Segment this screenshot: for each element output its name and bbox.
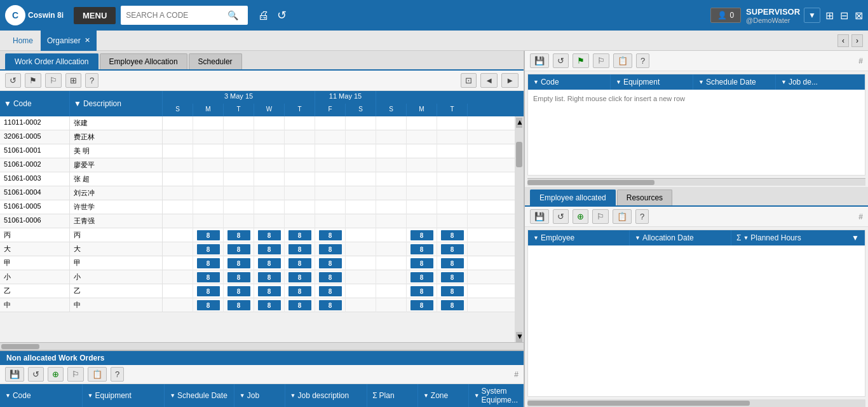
scroll-v-thumb[interactable] xyxy=(516,142,522,167)
gantt-block[interactable]: 8 xyxy=(319,300,342,310)
grid-col-sched[interactable]: ▼ Schedule Date xyxy=(693,74,776,90)
tab-home[interactable]: Home xyxy=(5,31,41,51)
subtab-work-order[interactable]: Work Order Allocation xyxy=(5,53,98,69)
v-scrollbar[interactable]: ▲ ▼ xyxy=(515,116,524,342)
scroll-down[interactable]: ▼ xyxy=(516,332,522,342)
col-header-desc[interactable]: ▼ Description xyxy=(70,91,163,116)
non-alloc-col-plan[interactable]: Σ Plan xyxy=(367,384,418,407)
gantt-block[interactable]: 8 xyxy=(288,300,311,310)
non-alloc-filter-btn[interactable]: ⚐ xyxy=(67,367,84,382)
gantt-block[interactable]: 8 xyxy=(197,258,220,268)
gantt-block[interactable]: 8 xyxy=(227,258,250,268)
subtab-employee-alloc[interactable]: Employee Allocation xyxy=(100,53,187,69)
right-filter-btn[interactable]: ⚐ xyxy=(593,53,609,68)
gantt-block[interactable]: 8 xyxy=(441,286,464,296)
non-alloc-col-code[interactable]: ▼ Code xyxy=(0,384,83,407)
layout-icon[interactable]: ⊟ xyxy=(840,10,848,22)
non-alloc-col-equip[interactable]: ▼ Equipment xyxy=(83,384,165,407)
right-scroll-thumb[interactable] xyxy=(527,180,654,185)
gantt-block[interactable]: 8 xyxy=(227,272,250,282)
gantt-block[interactable]: 8 xyxy=(288,230,311,240)
menu-button[interactable]: MENU xyxy=(74,7,116,24)
gantt-block[interactable]: 8 xyxy=(441,272,464,282)
gantt-block[interactable]: 8 xyxy=(319,272,342,282)
gantt-block[interactable]: 8 xyxy=(197,286,220,296)
gantt-block[interactable]: 8 xyxy=(288,272,311,282)
gantt-block[interactable]: 8 xyxy=(410,230,433,240)
gantt-block[interactable]: 8 xyxy=(441,258,464,268)
col-header-code[interactable]: ▼ Code xyxy=(0,91,70,116)
non-alloc-col-sysEquip[interactable]: ▼ System Equipme... xyxy=(469,384,524,407)
scroll-h-thumb[interactable] xyxy=(1,344,39,349)
refresh-btn[interactable]: ↺ xyxy=(5,73,21,88)
search-input[interactable] xyxy=(126,11,227,20)
window-icon[interactable]: ⊞ xyxy=(825,10,834,22)
next-btn[interactable]: ► xyxy=(501,73,519,88)
tab-organiser[interactable]: Organiser ✕ xyxy=(41,31,97,51)
gantt-block[interactable]: 8 xyxy=(441,230,464,240)
emp-col-alloc-date[interactable]: ▼ Allocation Date xyxy=(630,230,731,245)
gantt-block[interactable]: 8 xyxy=(441,244,464,254)
right-save-btn[interactable]: 💾 xyxy=(530,53,549,68)
emp-refresh-btn[interactable]: ↺ xyxy=(553,209,569,224)
non-alloc-refresh-btn[interactable]: ↺ xyxy=(28,367,44,382)
gantt-block[interactable]: 8 xyxy=(258,300,281,310)
emp-col-planned-hours[interactable]: Σ ▼ Planned Hours ▼ xyxy=(731,230,865,245)
right-filter-active-btn[interactable]: ⚑ xyxy=(573,53,589,68)
grid-col-code[interactable]: ▼ Code xyxy=(528,74,611,90)
subtab-scheduler[interactable]: Scheduler xyxy=(189,53,242,69)
prev-btn[interactable]: ◄ xyxy=(480,73,498,88)
emp-tab-resources[interactable]: Resources xyxy=(617,190,672,205)
gantt-block[interactable]: 8 xyxy=(410,272,433,282)
settings-btn[interactable]: ⊞ xyxy=(65,73,81,88)
right-h-scrollbar[interactable] xyxy=(527,178,865,186)
expand-view-btn[interactable]: ⊡ xyxy=(461,73,477,88)
tab-nav-left[interactable]: ‹ xyxy=(837,34,849,47)
h-scrollbar[interactable] xyxy=(0,342,524,350)
emp-add-btn[interactable]: ⊕ xyxy=(573,209,588,224)
notifications-button[interactable]: 👤 0 xyxy=(710,8,741,23)
gantt-block[interactable]: 8 xyxy=(410,258,433,268)
supervisor-dropdown[interactable]: ▼ xyxy=(804,8,820,23)
scroll-up[interactable]: ▲ xyxy=(516,118,522,128)
search-icon[interactable]: 🔍 xyxy=(227,10,238,20)
gantt-block[interactable]: 8 xyxy=(258,272,281,282)
gantt-block[interactable]: 8 xyxy=(319,286,342,296)
gantt-block[interactable]: 8 xyxy=(227,286,250,296)
filter2-btn[interactable]: ⚐ xyxy=(45,73,62,88)
gantt-block[interactable]: 8 xyxy=(197,300,220,310)
gantt-block[interactable]: 8 xyxy=(197,272,220,282)
gantt-block[interactable]: 8 xyxy=(288,244,311,254)
non-alloc-excel-btn[interactable]: 📋 xyxy=(88,367,107,382)
gantt-block[interactable]: 8 xyxy=(288,286,311,296)
emp-scroll-thumb[interactable] xyxy=(527,401,750,406)
right-refresh-btn[interactable]: ↺ xyxy=(553,53,569,68)
tab-nav-right[interactable]: › xyxy=(851,34,863,47)
emp-tab-allocated[interactable]: Employee allocated xyxy=(530,190,616,205)
gantt-block[interactable]: 8 xyxy=(319,230,342,240)
non-alloc-col-zone[interactable]: ▼ Zone xyxy=(418,384,469,407)
non-alloc-help-btn[interactable]: ? xyxy=(111,367,124,382)
tab-close-icon[interactable]: ✕ xyxy=(85,36,90,45)
gantt-block[interactable]: 8 xyxy=(319,244,342,254)
gantt-block[interactable]: 8 xyxy=(227,300,250,310)
emp-h-scrollbar[interactable] xyxy=(527,399,865,407)
non-alloc-col-job[interactable]: ▼ Job xyxy=(234,384,285,407)
gantt-block[interactable]: 8 xyxy=(258,244,281,254)
non-alloc-add-btn[interactable]: ⊕ xyxy=(48,367,64,382)
gantt-block[interactable]: 8 xyxy=(258,286,281,296)
emp-excel-btn[interactable]: 📋 xyxy=(613,209,632,224)
grid-col-equip[interactable]: ▼ Equipment xyxy=(611,74,693,90)
gantt-block[interactable]: 8 xyxy=(319,258,342,268)
print-icon[interactable]: 🖨 xyxy=(258,9,269,22)
gantt-block[interactable]: 8 xyxy=(410,300,433,310)
grid-col-jobde[interactable]: ▼ Job de... xyxy=(776,74,865,90)
expand-icon[interactable]: ⊠ xyxy=(855,10,863,22)
filter-btn[interactable]: ⚑ xyxy=(25,73,41,88)
right-excel-btn[interactable]: 📋 xyxy=(613,53,632,68)
gantt-block[interactable]: 8 xyxy=(197,230,220,240)
gantt-block[interactable]: 8 xyxy=(227,244,250,254)
help-btn[interactable]: ? xyxy=(85,73,98,88)
emp-filter-btn[interactable]: ⚐ xyxy=(592,209,609,224)
non-alloc-col-jobdesc[interactable]: ▼ Job description xyxy=(285,384,368,407)
